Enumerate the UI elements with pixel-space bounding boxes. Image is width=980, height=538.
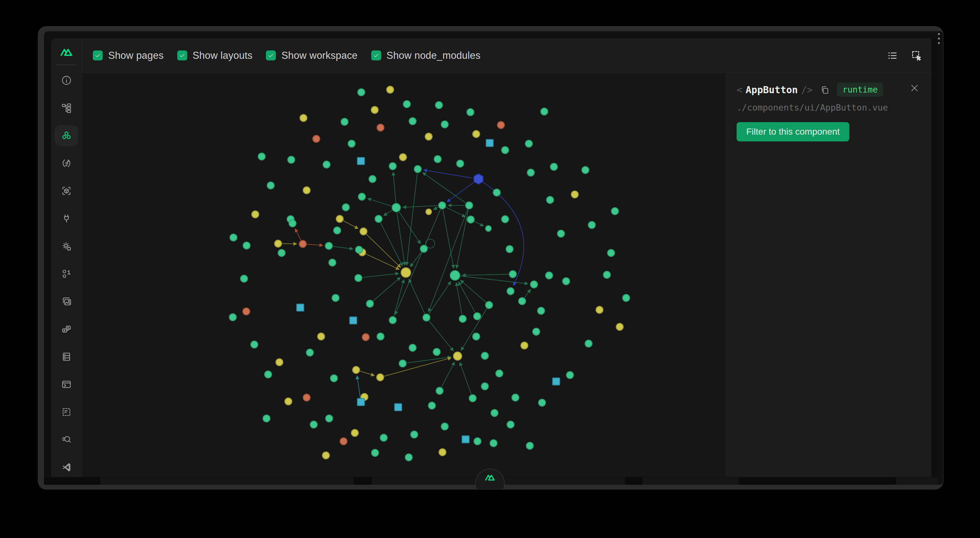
graph-node-green[interactable]: [240, 275, 248, 282]
graph-node-orange[interactable]: [299, 240, 306, 247]
sidebar-item-storage[interactable]: [51, 343, 82, 370]
sidebar-item-runtime-configs[interactable]: [51, 232, 82, 260]
graph-node-green[interactable]: [348, 140, 355, 147]
sidebar-item-open-graph[interactable]: [51, 426, 82, 453]
graph-node-square[interactable]: [357, 158, 364, 164]
graph-node-green[interactable]: [582, 166, 589, 174]
graph-node-orange[interactable]: [340, 438, 347, 445]
graph-node-yellow[interactable]: [377, 374, 384, 381]
graph-node-green[interactable]: [263, 415, 270, 422]
graph-node-yellow[interactable]: [276, 359, 283, 366]
graph-node-green[interactable]: [278, 249, 285, 257]
sidebar-item-assets[interactable]: [51, 287, 82, 315]
graph-node-green[interactable]: [389, 316, 396, 324]
graph-node-green[interactable]: [420, 245, 427, 252]
graph-node-green[interactable]: [608, 249, 614, 257]
graph-node-green[interactable]: [326, 415, 332, 422]
graph-node-green[interactable]: [467, 216, 474, 223]
graph-node-yellow[interactable]: [300, 114, 307, 121]
graph-node-yellow[interactable]: [275, 240, 282, 247]
copy-icon[interactable]: [820, 85, 830, 95]
sidebar-item-pages[interactable]: [51, 94, 82, 122]
graph-node-yellow[interactable]: [426, 209, 431, 215]
graph-node-green[interactable]: [409, 118, 416, 125]
graph-node-green[interactable]: [243, 242, 250, 249]
graph-node-yellow[interactable]: [399, 153, 407, 161]
graph-node-green[interactable]: [369, 176, 376, 182]
graph-node-green[interactable]: [459, 315, 466, 322]
graph-node-yellow[interactable]: [318, 333, 325, 340]
graph-node-green[interactable]: [566, 372, 573, 378]
graph-node-green[interactable]: [526, 442, 533, 449]
graph-node-green[interactable]: [358, 193, 366, 200]
graph-node-green[interactable]: [329, 259, 336, 266]
graph-node-green[interactable]: [409, 344, 416, 351]
graph-node-yellow[interactable]: [473, 131, 480, 137]
scroll-gutter[interactable]: [932, 38, 938, 477]
graph-node-green[interactable]: [428, 402, 436, 409]
graph-node-green[interactable]: [450, 271, 460, 280]
sidebar-item-modules[interactable]: [51, 177, 82, 205]
graph-node-green[interactable]: [251, 341, 258, 348]
graph-node-hexagon[interactable]: [474, 174, 483, 184]
graph-node-green[interactable]: [441, 423, 448, 430]
graph-node-green[interactable]: [485, 226, 491, 231]
graph-node-green[interactable]: [501, 216, 509, 223]
graph-node-green[interactable]: [264, 371, 272, 378]
graph-node-yellow[interactable]: [521, 342, 528, 349]
graph-node-green[interactable]: [557, 230, 565, 237]
graph-node-green[interactable]: [533, 328, 540, 335]
graph-node-green[interactable]: [507, 287, 514, 295]
graph-node-green[interactable]: [546, 272, 553, 279]
graph-node-square[interactable]: [462, 436, 469, 443]
checkbox-checked-icon[interactable]: [93, 51, 103, 61]
graph-node-yellow[interactable]: [571, 191, 578, 198]
graph-node-yellow[interactable]: [303, 187, 310, 194]
sidebar-item-virtual-files[interactable]: [51, 398, 82, 426]
graph-node-green[interactable]: [392, 203, 401, 212]
graph-node-green[interactable]: [366, 300, 374, 307]
graph-node-square[interactable]: [297, 304, 304, 311]
graph-node-green[interactable]: [501, 147, 509, 153]
graph-node-green[interactable]: [405, 454, 412, 461]
graph-node-green[interactable]: [623, 294, 630, 302]
graph-node-yellow[interactable]: [353, 366, 360, 374]
graph-node-green[interactable]: [306, 349, 313, 356]
graph-node-orange[interactable]: [243, 308, 250, 315]
filter-to-component-button[interactable]: Filter to this component: [737, 122, 849, 141]
graph-node-green[interactable]: [342, 204, 349, 211]
graph-node-green[interactable]: [563, 278, 570, 285]
graph-node-green[interactable]: [411, 431, 418, 438]
sidebar-item-terminal[interactable]: [51, 370, 82, 398]
graph-node-green[interactable]: [436, 387, 443, 394]
graph-node-green[interactable]: [530, 281, 538, 288]
graph-node-green[interactable]: [507, 421, 514, 428]
filter-show-workspace[interactable]: Show workspace: [266, 50, 357, 61]
graph-node-green[interactable]: [289, 220, 296, 227]
graph-node-orange[interactable]: [362, 334, 369, 341]
graph-node-green[interactable]: [267, 182, 274, 189]
filter-show-node-modules[interactable]: Show node_modules: [371, 50, 481, 61]
graph-node-green[interactable]: [491, 409, 498, 417]
component-graph[interactable]: [82, 73, 726, 477]
graph-node-yellow[interactable]: [453, 352, 462, 360]
graph-node-orange[interactable]: [313, 135, 320, 142]
graph-node-green[interactable]: [603, 271, 611, 278]
graph-node-green[interactable]: [358, 89, 365, 96]
graph-node-yellow[interactable]: [387, 86, 394, 93]
graph-node-green[interactable]: [457, 160, 464, 167]
graph-node-yellow[interactable]: [336, 216, 343, 222]
graph-node-green[interactable]: [585, 340, 592, 347]
graph-node-green[interactable]: [229, 314, 236, 321]
graph-node-green[interactable]: [467, 109, 474, 116]
graph-node-green[interactable]: [230, 234, 237, 241]
graph-node-green[interactable]: [481, 352, 488, 359]
nuxt-logo[interactable]: [59, 46, 73, 57]
graph-node-green[interactable]: [377, 333, 384, 340]
graph-node-green[interactable]: [399, 360, 406, 367]
graph-node-green[interactable]: [481, 383, 488, 390]
graph-node-green[interactable]: [493, 189, 500, 196]
window-handle-dots[interactable]: [938, 33, 940, 44]
graph-node-yellow[interactable]: [425, 133, 432, 140]
graph-node-green[interactable]: [423, 314, 430, 321]
